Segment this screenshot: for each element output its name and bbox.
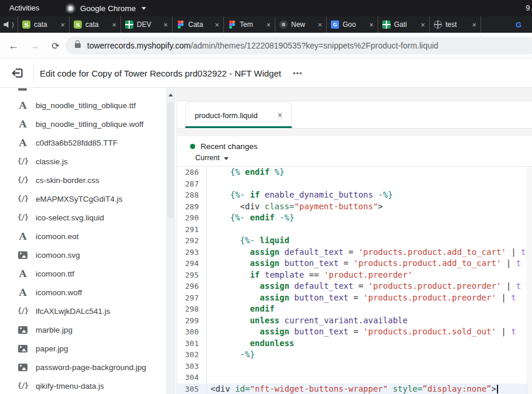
code-line[interactable]: 301 endunless: [177, 338, 532, 350]
script-file-icon: {/}: [16, 195, 29, 203]
code-line[interactable]: 300 assign button_text = 'products.produ…: [177, 326, 532, 338]
browser-tab-title: cata: [34, 20, 57, 29]
code-line[interactable]: 293 assign default_text = 'products.prod…: [177, 247, 532, 258]
code-line[interactable]: 286 {% endif %}: [177, 167, 532, 178]
file-item[interactable]: Abig_noodle_titling_oblique.woff: [0, 115, 177, 133]
code-line-text: <div class="payment-buttons">: [207, 201, 383, 213]
tab-close-icon[interactable]: ×: [163, 21, 168, 29]
code-line-text: assign default_text = 'products.product.…: [207, 247, 526, 258]
browser-tab[interactable]: DEV×: [120, 16, 172, 33]
tab-close-icon[interactable]: ×: [112, 21, 116, 29]
browser-tab[interactable]: cata×: [69, 16, 120, 33]
tab-close-icon[interactable]: ×: [215, 21, 219, 29]
font-file-icon: A: [16, 138, 29, 148]
version-dropdown[interactable]: Current: [177, 151, 532, 162]
browser-tab-title: New: [291, 20, 314, 29]
file-item[interactable]: {/}eMAPMXSyTCgGdiT4.js: [0, 189, 177, 208]
file-item[interactable]: password-page-background.jpg: [0, 358, 177, 376]
file-item[interactable]: Aicomoon.ttf: [0, 264, 177, 283]
browser-tab-strip: ) cata×cata×DEV×Cata×Tem×New×Goo×Gati×te…: [0, 16, 532, 33]
browser-tab[interactable]: Gati×: [378, 16, 429, 33]
code-line[interactable]: 287: [177, 178, 532, 190]
editor-scrollbar[interactable]: [527, 167, 532, 394]
browser-tab[interactable]: Goo×: [326, 16, 378, 33]
code-line[interactable]: 297 assign button_text = 'products.produ…: [177, 292, 532, 304]
code-line[interactable]: 294 assign button_text = 'products.produ…: [177, 258, 532, 269]
reload-icon[interactable]: [48, 38, 63, 53]
browser-tab[interactable]: [481, 16, 532, 33]
file-name: qikify-tmenu-data.js: [36, 382, 104, 390]
exit-code-editor-button[interactable]: [9, 64, 26, 82]
code-line[interactable]: 292 {%- liquid: [177, 235, 532, 247]
code-line[interactable]: 295 if template == 'product.preorder': [177, 269, 532, 281]
tab-close-icon[interactable]: ×: [369, 21, 374, 29]
scroll-up-icon[interactable]: [168, 94, 173, 96]
code-area[interactable]: 286 {% endif %}287288 {%- if enable_dyna…: [177, 167, 532, 394]
code-line[interactable]: 302 -%}: [177, 349, 532, 361]
lock-icon[interactable]: [75, 43, 81, 48]
code-line[interactable]: 303: [177, 361, 532, 372]
more-actions-button[interactable]: •••: [292, 67, 304, 80]
file-item[interactable]: Aicomoon.eot: [0, 227, 177, 246]
file-item[interactable]: icomoon.svg: [0, 246, 177, 264]
page-title: Edit code for Copy of Tower Records prd0…: [40, 68, 281, 78]
recent-changes-label: Recent changes: [201, 142, 258, 151]
partially-visible-file-item: [18, 88, 27, 91]
address-bar[interactable]: towerrecords.myshopify.com/admin/themes/…: [65, 37, 532, 54]
tab-close-icon[interactable]: ×: [60, 21, 65, 29]
line-number: 286: [177, 167, 207, 178]
code-line[interactable]: 289 <div class="payment-buttons">: [177, 201, 532, 213]
code-line[interactable]: 290 {%- endif -%}: [177, 212, 532, 224]
tab-close-icon[interactable]: ×: [472, 21, 476, 29]
file-item[interactable]: {/}qikify-tmenu-data.js: [0, 376, 177, 394]
browser-tab[interactable]: Tem×: [223, 16, 275, 33]
font-file-icon: A: [16, 119, 29, 129]
file-item[interactable]: Abig_noodle_titling_oblique.ttf: [0, 96, 177, 115]
tab-close-icon[interactable]: ×: [317, 21, 322, 29]
file-name: icomoon.eot: [36, 232, 79, 241]
browser-tab[interactable]: New×: [275, 16, 326, 33]
tab-close-icon[interactable]: ×: [420, 21, 425, 29]
dropdown-caret-icon: [224, 157, 229, 160]
editor-tab-product-form[interactable]: product-form.liquid ×: [185, 102, 292, 128]
image-file-icon: [16, 364, 29, 371]
page-url[interactable]: towerrecords.myshopify.com/admin/themes/…: [87, 41, 438, 50]
file-name: eMAPMXSyTCgGdiT4.js: [36, 195, 123, 203]
sidebar-scrollbar[interactable]: [166, 88, 175, 394]
system-clock[interactable]: 9 A: [526, 0, 532, 16]
browser-tab[interactable]: Cata×: [172, 16, 223, 33]
tab-close-icon[interactable]: ×: [278, 110, 282, 120]
tab-close-icon[interactable]: ×: [266, 21, 271, 29]
code-line[interactable]: 288 {%- if enable_dynamic_buttons -%}: [177, 189, 532, 201]
line-number: 305: [177, 383, 207, 394]
file-item[interactable]: {/}lfcAXLwjkDALc541.js: [0, 302, 177, 320]
figma-favicon: [228, 20, 236, 29]
code-line[interactable]: 305<div id="nft-widget-buttons-wrapper" …: [177, 383, 532, 394]
file-name: cs-skin-border.css: [36, 176, 99, 185]
code-line[interactable]: 291: [177, 224, 532, 236]
file-item[interactable]: Aicomoon.woff: [0, 283, 177, 302]
code-line-text: {%- endif -%}: [207, 212, 294, 224]
file-item[interactable]: {/}ico-select.svg.liquid: [0, 208, 177, 227]
code-line[interactable]: 299 unless current_variant.available: [177, 315, 532, 327]
forward-icon[interactable]: [27, 38, 42, 53]
browser-tab-title: Goo: [343, 20, 365, 29]
speaker-icon: [4, 21, 11, 28]
file-item[interactable]: {/}classie.js: [0, 152, 177, 171]
scrollbar-thumb[interactable]: [167, 102, 174, 219]
browser-tab[interactable]: test×: [429, 16, 481, 33]
code-line[interactable]: 296 assign default_text = 'products.prod…: [177, 281, 532, 292]
line-number: 296: [177, 281, 207, 292]
code-line[interactable]: 304: [177, 372, 532, 383]
file-item[interactable]: marble.jpg: [0, 320, 177, 339]
file-item[interactable]: {/}cs-skin-border.css: [0, 171, 177, 189]
activities-button[interactable]: Activities: [9, 0, 39, 16]
chrome-gray-favicon: [279, 20, 288, 29]
file-name: icomoon.svg: [36, 251, 80, 260]
file-item[interactable]: paper.jpg: [0, 339, 177, 358]
active-app-menu[interactable]: Google Chrome: [65, 0, 146, 16]
back-icon[interactable]: [6, 38, 21, 53]
browser-tab[interactable]: cata×: [18, 16, 69, 33]
file-item[interactable]: Ac0df3a6b528fdd85.TTF: [0, 133, 177, 152]
code-line[interactable]: 298 endif: [177, 303, 532, 315]
